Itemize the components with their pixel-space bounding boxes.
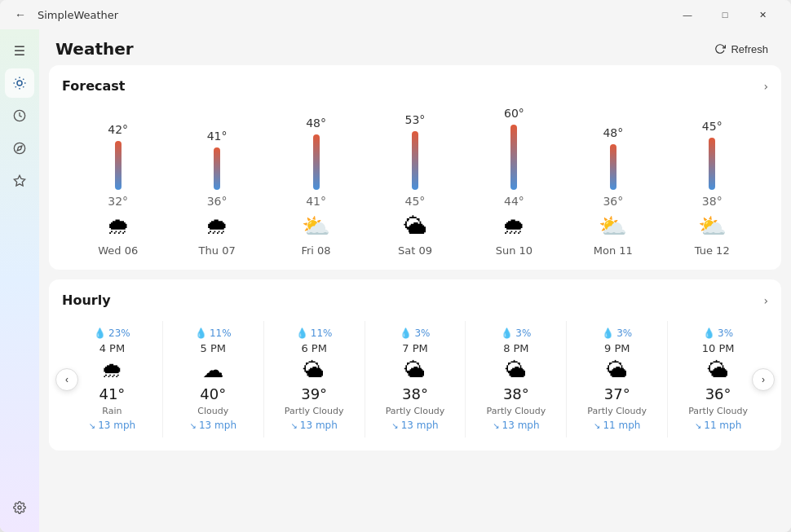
wind-speed: 13 mph <box>401 420 439 431</box>
weather-icon: 🌥 <box>404 213 426 240</box>
wind-row: ↘ 13 mph <box>493 420 539 431</box>
hourly-item: 💧 3% 9 PM 🌥 37° Partly Cloudy ↘ 11 mph <box>567 321 668 437</box>
precip-pct: 11% <box>210 328 232 339</box>
hourly-item: 💧 3% 8 PM 🌥 38° Partly Cloudy ↘ 13 mph <box>466 321 567 437</box>
precip-row: 💧 3% <box>400 328 430 339</box>
sidebar-item-menu[interactable]: ☰ <box>5 36 34 65</box>
sidebar-item-favorites[interactable] <box>5 166 34 196</box>
hourly-weather-icon: 🌥 <box>506 358 527 382</box>
temp-high: 48° <box>306 117 326 130</box>
temp-high: 42° <box>108 123 128 136</box>
hourly-weather-icon: 🌥 <box>404 358 426 382</box>
temp-low: 41° <box>306 195 326 208</box>
hourly-next-button[interactable]: › <box>752 368 775 391</box>
svg-line-7 <box>15 86 16 87</box>
temp-high: 45° <box>702 120 723 133</box>
hourly-grid: 💧 23% 4 PM 🌧 41° Rain ↘ 13 mph 💧 11% 5 P… <box>62 321 768 437</box>
wind-row: ↘ 13 mph <box>89 420 135 431</box>
temp-bar-container <box>709 138 715 190</box>
day-label: Sun 10 <box>496 244 532 257</box>
hour-label: 8 PM <box>503 342 528 354</box>
svg-point-13 <box>18 506 21 509</box>
precip-row: 💧 11% <box>195 328 232 339</box>
weather-icon: ⛅ <box>698 213 727 240</box>
wind-row: ↘ 13 mph <box>290 420 337 431</box>
precip-pct: 3% <box>515 328 531 339</box>
hourly-temp: 36° <box>705 385 731 402</box>
hourly-temp: 39° <box>301 385 327 402</box>
hour-label: 10 PM <box>702 342 735 354</box>
rain-icon: 💧 <box>602 328 614 339</box>
forecast-day: 60° 44° 🌧 Sun 10 <box>481 107 546 257</box>
back-button[interactable]: ← <box>10 7 31 23</box>
hourly-item: 💧 11% 5 PM ☁ 40° Cloudy ↘ 13 mph <box>163 321 264 437</box>
rain-icon: 💧 <box>501 328 513 339</box>
hourly-title: Hourly <box>62 292 111 308</box>
hour-label: 5 PM <box>201 342 226 354</box>
maximize-button[interactable]: □ <box>706 2 744 28</box>
wind-speed: 13 mph <box>199 420 236 431</box>
svg-point-10 <box>14 143 24 153</box>
page-title: Weather <box>55 39 134 59</box>
wind-row: ↘ 11 mph <box>695 420 741 431</box>
forecast-title: Forecast <box>62 78 125 94</box>
wind-speed: 13 mph <box>502 420 540 431</box>
temp-high: 53° <box>405 113 426 126</box>
precip-pct: 3% <box>718 328 733 339</box>
hourly-temp: 37° <box>604 385 630 402</box>
wind-row: ↘ 11 mph <box>594 420 640 431</box>
forecast-day: 42° 32° 🌧 Wed 06 <box>86 123 151 257</box>
hourly-scroll: ‹ 💧 23% 4 PM 🌧 41° Rain ↘ 13 mph 💧 11% <box>62 321 768 437</box>
weather-icon: 🌧 <box>205 213 228 240</box>
forecast-header: Forecast › <box>62 78 768 94</box>
close-button[interactable]: ✕ <box>744 2 781 28</box>
weather-icon: ⛅ <box>599 213 627 240</box>
svg-marker-12 <box>14 175 24 186</box>
hourly-condition: Partly Cloudy <box>688 406 748 416</box>
hourly-weather-icon: 🌥 <box>607 358 628 382</box>
refresh-label: Refresh <box>731 43 768 55</box>
wind-row: ↘ 13 mph <box>391 420 438 431</box>
forecast-day: 48° 36° ⛅ Mon 11 <box>581 126 646 257</box>
titlebar: ← SimpleWeather — □ ✕ <box>0 0 791 29</box>
hourly-condition: Rain <box>102 406 122 416</box>
forecast-section: Forecast › 42° 32° 🌧 Wed 06 41° 36° 🌧 Th… <box>49 65 781 270</box>
svg-line-8 <box>23 79 24 80</box>
rain-icon: 💧 <box>400 328 412 339</box>
sidebar-item-clock[interactable] <box>5 101 34 130</box>
temp-bar-container <box>115 141 122 190</box>
content-header: Weather Refresh <box>39 29 791 65</box>
hourly-weather-icon: 🌥 <box>303 358 325 382</box>
precip-pct: 3% <box>616 328 632 339</box>
hourly-temp: 38° <box>503 385 529 402</box>
day-label: Tue 12 <box>695 244 730 257</box>
wind-speed: 13 mph <box>98 420 135 431</box>
titlebar-left: ← SimpleWeather <box>10 7 118 23</box>
precip-pct: 11% <box>311 328 333 339</box>
wind-arrow-icon: ↘ <box>290 421 297 430</box>
temp-low: 38° <box>702 195 723 208</box>
svg-line-6 <box>23 86 24 87</box>
rain-icon: 💧 <box>195 328 207 339</box>
rain-icon: 💧 <box>296 328 308 339</box>
temp-low: 44° <box>504 195 524 208</box>
temp-low: 36° <box>207 195 228 208</box>
hourly-arrow[interactable]: › <box>763 294 768 307</box>
temp-low: 32° <box>108 195 128 208</box>
minimize-button[interactable]: — <box>669 2 706 28</box>
hourly-prev-button[interactable]: ‹ <box>55 368 78 391</box>
weather-icon: 🌧 <box>502 213 525 240</box>
precip-row: 💧 3% <box>501 328 531 339</box>
temp-bar-container <box>214 147 220 190</box>
sidebar-item-settings[interactable] <box>5 496 34 525</box>
rain-icon: 💧 <box>703 328 715 339</box>
sidebar-item-compass[interactable] <box>5 134 34 163</box>
wind-arrow-icon: ↘ <box>391 421 398 430</box>
forecast-arrow[interactable]: › <box>763 80 768 93</box>
refresh-button[interactable]: Refresh <box>708 40 775 59</box>
sidebar-item-weather[interactable] <box>5 68 34 98</box>
precip-row: 💧 11% <box>296 328 333 339</box>
rain-icon: 💧 <box>94 328 106 339</box>
temp-low: 36° <box>603 195 623 208</box>
hour-label: 6 PM <box>301 342 326 354</box>
